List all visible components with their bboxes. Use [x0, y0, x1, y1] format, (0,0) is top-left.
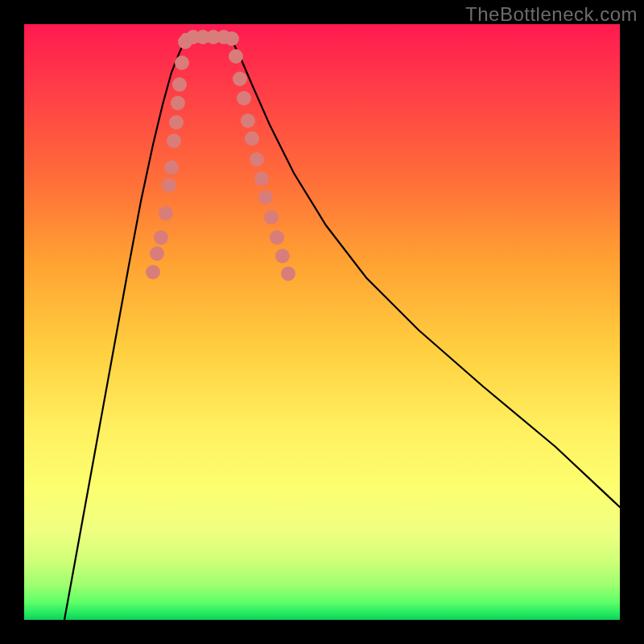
- data-dot: [281, 266, 295, 281]
- data-dot: [237, 91, 251, 105]
- outer-frame: TheBottleneck.com: [0, 0, 644, 644]
- data-dot: [250, 152, 264, 167]
- data-dot: [164, 160, 179, 175]
- data-dot: [245, 131, 259, 146]
- data-dot: [169, 115, 184, 130]
- data-dot: [167, 134, 181, 148]
- data-dot: [171, 96, 185, 110]
- data-dot: [225, 31, 239, 46]
- data-dot: [275, 249, 290, 263]
- data-dot: [233, 72, 247, 86]
- chart-svg: [24, 24, 620, 620]
- data-dot: [241, 114, 255, 128]
- data-dot: [154, 230, 168, 245]
- data-dot: [229, 49, 243, 64]
- plot-area: [24, 24, 620, 620]
- curve-left: [64, 40, 185, 620]
- data-dots: [146, 30, 295, 281]
- data-dot: [254, 171, 269, 186]
- data-dot: [162, 178, 176, 192]
- data-dot: [172, 77, 187, 92]
- data-dot: [150, 246, 164, 261]
- watermark-text: TheBottleneck.com: [465, 3, 638, 26]
- data-dot: [270, 230, 284, 245]
- data-dot: [264, 210, 279, 225]
- data-dot: [175, 56, 189, 70]
- data-dot: [146, 265, 160, 279]
- data-dot: [258, 190, 273, 204]
- data-dot: [159, 206, 173, 221]
